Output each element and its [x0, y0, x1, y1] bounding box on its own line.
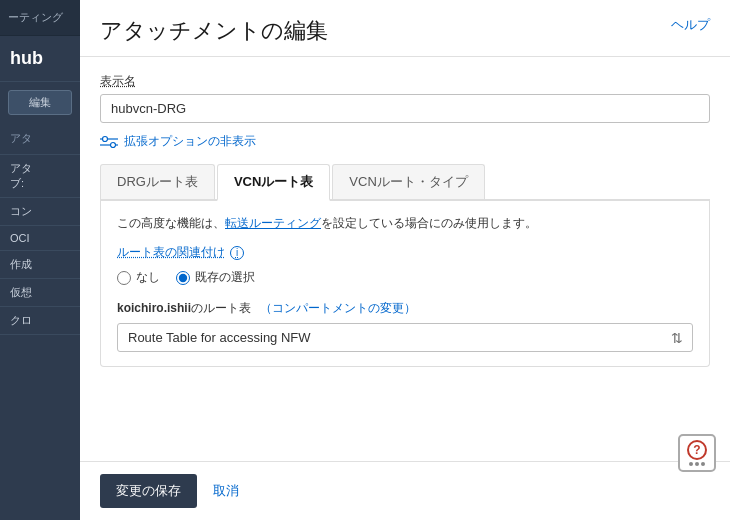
sidebar: ーティング hub 編集 アタ アタブ: コン OCI 作成 仮想 クロ	[0, 0, 80, 520]
sidebar-item-4: 作成	[0, 251, 80, 279]
advanced-toggle[interactable]: 拡張オプションの非表示	[100, 133, 710, 150]
help-dot-2	[695, 462, 699, 466]
sidebar-nav-label: ーティング	[0, 0, 80, 36]
help-circle-icon: ?	[687, 440, 707, 460]
display-name-label: 表示名	[100, 73, 136, 90]
form-area: 表示名 拡張オプションの非表示 DRGルート表 VCNルート表 VCNルート・タ…	[80, 57, 730, 461]
advanced-icon	[100, 135, 118, 149]
main-panel: アタッチメントの編集 ヘルプ 表示名 拡張オプションの非表示 DRGル	[80, 0, 730, 520]
footer: 変更の保存 取消	[80, 461, 730, 520]
sidebar-item-6: クロ	[0, 307, 80, 335]
tab-panel-vcn: この高度な機能は、転送ルーティングを設定している場合にのみ使用します。 ルート表…	[100, 201, 710, 367]
sidebar-item-2: コン	[0, 198, 80, 226]
change-compartment-link[interactable]: （コンパートメントの変更）	[260, 301, 416, 315]
route-assoc-label: ルート表の関連付け i	[117, 244, 693, 261]
header: アタッチメントの編集 ヘルプ	[80, 0, 730, 57]
tab-info-text: この高度な機能は、転送ルーティングを設定している場合にのみ使用します。	[117, 215, 693, 232]
save-button[interactable]: 変更の保存	[100, 474, 197, 508]
sidebar-item-5: 仮想	[0, 279, 80, 307]
cancel-link[interactable]: 取消	[213, 482, 239, 500]
svg-point-1	[111, 142, 116, 147]
tab-vcn-type[interactable]: VCNルート・タイプ	[332, 164, 484, 199]
sidebar-edit-button[interactable]: 編集	[8, 90, 72, 115]
sidebar-item-1: アタブ:	[0, 155, 80, 198]
help-dot-3	[701, 462, 705, 466]
radio-existing[interactable]: 既存の選択	[176, 269, 255, 286]
help-link[interactable]: ヘルプ	[671, 16, 710, 34]
page-title: アタッチメントの編集	[100, 16, 328, 46]
help-widget[interactable]: ?	[678, 434, 716, 472]
route-table-label: koichiro.ishiiのルート表 （コンパートメントの変更）	[117, 300, 693, 317]
tabs-row: DRGルート表 VCNルート表 VCNルート・タイプ	[100, 164, 710, 201]
help-dot-1	[689, 462, 693, 466]
radio-none[interactable]: なし	[117, 269, 160, 286]
tab-vcn[interactable]: VCNルート表	[217, 164, 330, 201]
transfer-routing-link[interactable]: 転送ルーティング	[225, 216, 321, 230]
route-assoc-info-icon[interactable]: i	[230, 246, 244, 260]
route-table-select-wrapper: Route Table for accessing NFW ⇅	[117, 323, 693, 352]
sidebar-section-label: アタ	[0, 123, 80, 155]
svg-point-0	[103, 136, 108, 141]
advanced-toggle-label[interactable]: 拡張オプションの非表示	[124, 133, 256, 150]
tab-drg[interactable]: DRGルート表	[100, 164, 215, 199]
radio-none-input[interactable]	[117, 271, 131, 285]
radio-row: なし 既存の選択	[117, 269, 693, 286]
help-dots	[689, 462, 705, 466]
sidebar-hub-title: hub	[0, 36, 80, 82]
route-table-select[interactable]: Route Table for accessing NFW	[117, 323, 693, 352]
radio-existing-input[interactable]	[176, 271, 190, 285]
display-name-input[interactable]	[100, 94, 710, 123]
sidebar-item-3: OCI	[0, 226, 80, 251]
